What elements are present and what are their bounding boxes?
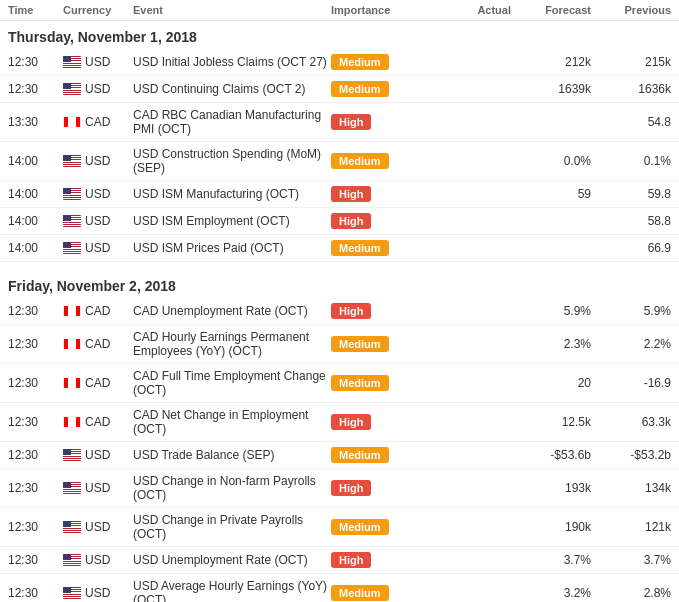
- day-header: Friday, November 2, 2018: [0, 270, 679, 298]
- table-row[interactable]: 12:30USDUSD Change in Non-farm Payrolls …: [0, 469, 679, 508]
- forecast-value: 193k: [511, 481, 591, 495]
- previous-value: -$53.2b: [591, 448, 671, 462]
- importance-badge: High: [331, 213, 371, 229]
- importance-badge: Medium: [331, 153, 389, 169]
- us-flag-icon: [63, 554, 81, 566]
- event-name: USD Change in Non-farm Payrolls (OCT): [133, 474, 331, 502]
- table-row[interactable]: 12:30USDUSD Trade Balance (SEP)Medium-$5…: [0, 442, 679, 469]
- currency-label: CAD: [85, 415, 110, 429]
- importance-badge: Medium: [331, 447, 389, 463]
- currency-cell: CAD: [63, 304, 133, 318]
- event-name: USD Initial Jobless Claims (OCT 27): [133, 55, 331, 69]
- importance-badge: Medium: [331, 519, 389, 535]
- table-row[interactable]: 14:00USDUSD ISM Prices Paid (OCT)Medium6…: [0, 235, 679, 262]
- event-header: Event: [133, 4, 331, 16]
- currency-label: USD: [85, 55, 110, 69]
- previous-value: 58.8: [591, 214, 671, 228]
- importance-badge: Medium: [331, 375, 389, 391]
- currency-cell: CAD: [63, 337, 133, 351]
- table-row[interactable]: 12:30USDUSD Unemployment Rate (OCT)High3…: [0, 547, 679, 574]
- us-flag-icon: [63, 155, 81, 167]
- us-flag-icon: [63, 587, 81, 599]
- previous-header: Previous: [591, 4, 671, 16]
- currency-cell: CAD: [63, 115, 133, 129]
- time-cell: 12:30: [8, 553, 63, 567]
- importance-cell: High: [331, 186, 431, 202]
- forecast-value: 5.9%: [511, 304, 591, 318]
- actual-header: Actual: [431, 4, 511, 16]
- forecast-value: 1639k: [511, 82, 591, 96]
- event-name: CAD Hourly Earnings Permanent Employees …: [133, 330, 331, 358]
- event-name: USD Construction Spending (MoM) (SEP): [133, 147, 331, 175]
- importance-cell: Medium: [331, 585, 431, 601]
- forecast-value: 20: [511, 376, 591, 390]
- time-cell: 14:00: [8, 154, 63, 168]
- importance-badge: High: [331, 480, 371, 496]
- currency-label: USD: [85, 520, 110, 534]
- importance-cell: High: [331, 114, 431, 130]
- ca-flag-icon: [63, 116, 81, 128]
- table-row[interactable]: 12:30USDUSD Average Hourly Earnings (YoY…: [0, 574, 679, 602]
- previous-value: 3.7%: [591, 553, 671, 567]
- currency-label: USD: [85, 586, 110, 600]
- currency-cell: USD: [63, 154, 133, 168]
- currency-cell: CAD: [63, 376, 133, 390]
- previous-value: -16.9: [591, 376, 671, 390]
- table-row[interactable]: 14:00USDUSD ISM Employment (OCT)High58.8: [0, 208, 679, 235]
- previous-value: 2.2%: [591, 337, 671, 351]
- importance-cell: High: [331, 414, 431, 430]
- table-row[interactable]: 12:30USDUSD Change in Private Payrolls (…: [0, 508, 679, 547]
- table-row[interactable]: 12:30CADCAD Hourly Earnings Permanent Em…: [0, 325, 679, 364]
- previous-value: 1636k: [591, 82, 671, 96]
- currency-label: USD: [85, 214, 110, 228]
- us-flag-icon: [63, 482, 81, 494]
- event-name: USD Change in Private Payrolls (OCT): [133, 513, 331, 541]
- time-cell: 13:30: [8, 115, 63, 129]
- importance-cell: Medium: [331, 153, 431, 169]
- importance-cell: High: [331, 552, 431, 568]
- previous-value: 121k: [591, 520, 671, 534]
- table-row[interactable]: 14:00USDUSD ISM Manufacturing (OCT)High5…: [0, 181, 679, 208]
- forecast-header: Forecast: [511, 4, 591, 16]
- currency-label: USD: [85, 187, 110, 201]
- table-row[interactable]: 12:30USDUSD Initial Jobless Claims (OCT …: [0, 49, 679, 76]
- importance-badge: Medium: [331, 585, 389, 601]
- currency-label: CAD: [85, 115, 110, 129]
- importance-cell: High: [331, 213, 431, 229]
- table-row[interactable]: 12:30CADCAD Full Time Employment Change …: [0, 364, 679, 403]
- us-flag-icon: [63, 188, 81, 200]
- us-flag-icon: [63, 83, 81, 95]
- currency-label: USD: [85, 82, 110, 96]
- currency-header: Currency: [63, 4, 133, 16]
- calendar-container: Time Currency Event Importance Actual Fo…: [0, 0, 679, 602]
- previous-value: 0.1%: [591, 154, 671, 168]
- previous-value: 63.3k: [591, 415, 671, 429]
- currency-cell: USD: [63, 241, 133, 255]
- previous-value: 2.8%: [591, 586, 671, 600]
- event-name: CAD Unemployment Rate (OCT): [133, 304, 331, 318]
- table-row[interactable]: 12:30CADCAD Unemployment Rate (OCT)High5…: [0, 298, 679, 325]
- previous-value: 66.9: [591, 241, 671, 255]
- time-cell: 12:30: [8, 448, 63, 462]
- forecast-value: 212k: [511, 55, 591, 69]
- ca-flag-icon: [63, 305, 81, 317]
- table-row[interactable]: 12:30CADCAD Net Change in Employment (OC…: [0, 403, 679, 442]
- importance-badge: High: [331, 186, 371, 202]
- importance-badge: High: [331, 114, 371, 130]
- currency-label: CAD: [85, 337, 110, 351]
- currency-cell: USD: [63, 586, 133, 600]
- currency-label: USD: [85, 481, 110, 495]
- currency-label: USD: [85, 154, 110, 168]
- us-flag-icon: [63, 56, 81, 68]
- previous-value: 59.8: [591, 187, 671, 201]
- table-row[interactable]: 13:30CADCAD RBC Canadian Manufacturing P…: [0, 103, 679, 142]
- currency-cell: USD: [63, 55, 133, 69]
- event-name: USD ISM Manufacturing (OCT): [133, 187, 331, 201]
- table-row[interactable]: 14:00USDUSD Construction Spending (MoM) …: [0, 142, 679, 181]
- table-row[interactable]: 12:30USDUSD Continuing Claims (OCT 2)Med…: [0, 76, 679, 103]
- event-name: CAD Full Time Employment Change (OCT): [133, 369, 331, 397]
- time-cell: 14:00: [8, 214, 63, 228]
- forecast-value: 190k: [511, 520, 591, 534]
- time-cell: 12:30: [8, 304, 63, 318]
- importance-cell: Medium: [331, 81, 431, 97]
